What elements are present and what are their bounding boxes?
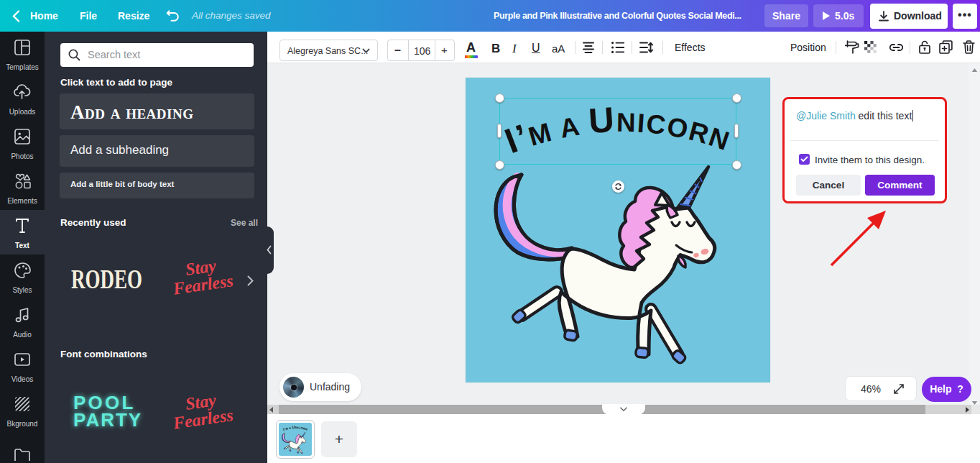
svg-text:RODEO: RODEO xyxy=(71,266,142,294)
